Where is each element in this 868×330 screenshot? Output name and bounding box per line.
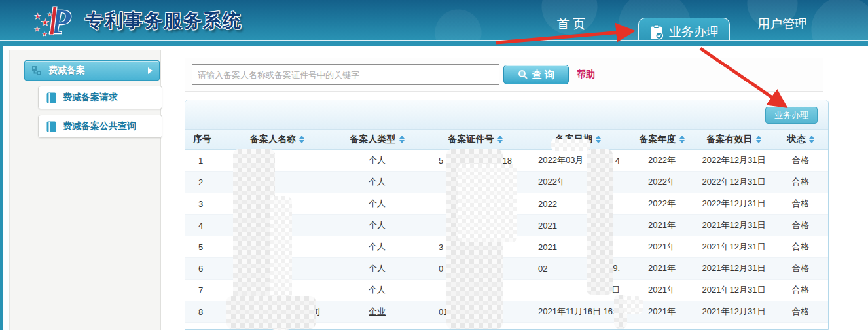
column-header-备案人名称[interactable]: 备案人名称 bbox=[223, 134, 331, 145]
book-icon bbox=[46, 92, 56, 103]
svg-text:★: ★ bbox=[41, 16, 49, 28]
cell-fragment: 2021年11月11日 16: bbox=[538, 327, 615, 330]
cell-valid: 2021年12月31日 bbox=[695, 284, 773, 296]
cell-year: 2022年 bbox=[629, 198, 695, 210]
sort-icon[interactable] bbox=[497, 136, 503, 143]
table-header-row: 序号 备案人名称 备案人类型 备案证件号 备案日期 备案年度 备案有效日 状态 bbox=[185, 130, 828, 150]
search-button[interactable]: 查 询 bbox=[503, 65, 569, 84]
cell-status: 合格 bbox=[773, 198, 828, 210]
column-header-序号: 序号 bbox=[185, 134, 223, 145]
redaction-blob bbox=[587, 149, 613, 295]
sort-icon[interactable] bbox=[596, 136, 601, 143]
flow-icon bbox=[31, 65, 42, 76]
cell-valid: 2021年12月31日 bbox=[695, 241, 773, 253]
cell-fragment: 2021 bbox=[538, 242, 557, 252]
column-header-状态[interactable]: 状态 bbox=[773, 134, 828, 145]
nav-tab-home[interactable]: 首 页 bbox=[543, 0, 599, 41]
svg-text:★: ★ bbox=[42, 31, 47, 37]
cell-seq: 1 bbox=[185, 156, 223, 166]
search-panel: 查 询 帮助 bbox=[185, 58, 823, 92]
cell-date: 2021 bbox=[528, 242, 629, 252]
cell-status: 合格 bbox=[773, 263, 828, 274]
cell-fragment: 2021年11月16日 16: bbox=[538, 306, 615, 318]
cell-fragment: 2022 bbox=[538, 199, 557, 209]
cell-status: 合格 bbox=[773, 219, 828, 231]
nav-tab-user[interactable]: 用户管理 bbox=[743, 0, 822, 41]
cell-year: 2022年 bbox=[629, 176, 695, 188]
cell-fragment: 2022年 bbox=[538, 176, 566, 188]
cell-valid: 2021年12月31日 bbox=[695, 327, 773, 330]
column-header-备案人类型[interactable]: 备案人类型 bbox=[331, 134, 423, 145]
cell-valid: 2021年12月31日 bbox=[695, 306, 773, 318]
cell-valid: 2021年12月31日 bbox=[695, 263, 773, 274]
cell-seq: 3 bbox=[185, 199, 223, 209]
cell-fragment: 2022年03月 bbox=[538, 155, 583, 166]
sidebar-item-fee-reduction-public-query[interactable]: 费减备案公共查询 bbox=[38, 115, 162, 138]
cell-year: 2021年 bbox=[629, 219, 695, 231]
svg-text:★: ★ bbox=[47, 11, 52, 18]
sort-icon[interactable] bbox=[679, 136, 685, 143]
app-logo-icon: P ★ ★ ★ ★ ★ bbox=[33, 2, 84, 40]
redaction-blob bbox=[623, 296, 643, 314]
cell-fragment: 3 bbox=[439, 242, 443, 252]
cell-seq: 5 bbox=[185, 242, 223, 252]
cell-status: 合格 bbox=[773, 155, 828, 166]
page-title: 专利事务服务系统 bbox=[85, 9, 242, 33]
search-input[interactable] bbox=[192, 64, 499, 85]
cell-type: 企业 bbox=[331, 306, 423, 318]
header-bottom-strip bbox=[0, 40, 868, 46]
cell-seq: 4 bbox=[185, 221, 223, 230]
sort-icon[interactable] bbox=[756, 136, 761, 143]
cell-seq: 2 bbox=[185, 177, 223, 187]
cell-fragment: 02 bbox=[538, 264, 547, 274]
cell-fragment: 5 bbox=[439, 156, 443, 166]
cell-type: 个人 bbox=[331, 219, 423, 231]
column-header-备案证件号[interactable]: 备案证件号 bbox=[423, 134, 528, 145]
cell-valid: 2022年12月31日 bbox=[695, 155, 773, 166]
cell-type: 个人 bbox=[331, 263, 423, 274]
cell-year: 2021年 bbox=[629, 263, 695, 274]
cell-seq: 7 bbox=[185, 285, 223, 295]
cell-year: 2021年 bbox=[629, 284, 695, 296]
help-link[interactable]: 帮助 bbox=[577, 69, 595, 81]
business-handle-button[interactable]: 业务办理 bbox=[765, 107, 818, 124]
redaction-blob bbox=[458, 164, 517, 242]
column-header-备案年度[interactable]: 备案年度 bbox=[629, 134, 695, 145]
nav-tab-business-active[interactable]: 业务办理 bbox=[638, 18, 730, 41]
cell-date: 2022年 bbox=[528, 176, 629, 188]
cell-type: 个人 bbox=[331, 155, 423, 166]
cell-fragment: 4 bbox=[615, 156, 620, 166]
cell-type: 个人 bbox=[331, 176, 423, 188]
svg-text:★: ★ bbox=[34, 26, 40, 33]
cell-date: 月18日 bbox=[528, 284, 629, 296]
cell-status: 合格 bbox=[773, 327, 828, 330]
cell-status: 合格 bbox=[773, 306, 828, 318]
panel-toolbar: 业务办理 bbox=[185, 100, 828, 130]
cell-year: 2021年 bbox=[629, 241, 695, 253]
book-icon bbox=[46, 121, 56, 132]
cell-status: 合格 bbox=[773, 284, 828, 296]
cell-date: 2021 bbox=[528, 221, 629, 230]
cell-fragment: 2021 bbox=[538, 221, 557, 230]
cell-seq: 6 bbox=[185, 264, 223, 274]
cell-seq: 8 bbox=[185, 307, 223, 317]
sort-icon[interactable] bbox=[809, 136, 814, 143]
redaction-blob bbox=[551, 139, 590, 151]
cell-valid: 2022年12月31日 bbox=[695, 198, 773, 210]
sort-icon[interactable] bbox=[399, 136, 405, 143]
magnifier-icon bbox=[518, 69, 528, 80]
cell-year: 2021年 bbox=[629, 327, 695, 330]
cell-type: 个人 bbox=[331, 198, 423, 210]
cell-date: 02月19. bbox=[528, 263, 629, 274]
cell-type: 个人 bbox=[331, 327, 423, 330]
clipboard-check-icon bbox=[649, 24, 664, 40]
cell-date: 2021年11月11日 16: bbox=[528, 327, 629, 330]
chevron-right-icon bbox=[148, 67, 153, 74]
sidebar-item-fee-reduction-request[interactable]: 费减备案请求 bbox=[38, 86, 162, 109]
cell-status: 合格 bbox=[773, 241, 828, 253]
column-header-备案有效日[interactable]: 备案有效日 bbox=[695, 134, 773, 145]
left-edge-line bbox=[0, 46, 3, 330]
sidebar-menu-fee-reduction[interactable]: 费减备案 bbox=[24, 60, 160, 81]
cell-fragment: 0 bbox=[439, 264, 443, 274]
sort-icon[interactable] bbox=[299, 136, 304, 143]
